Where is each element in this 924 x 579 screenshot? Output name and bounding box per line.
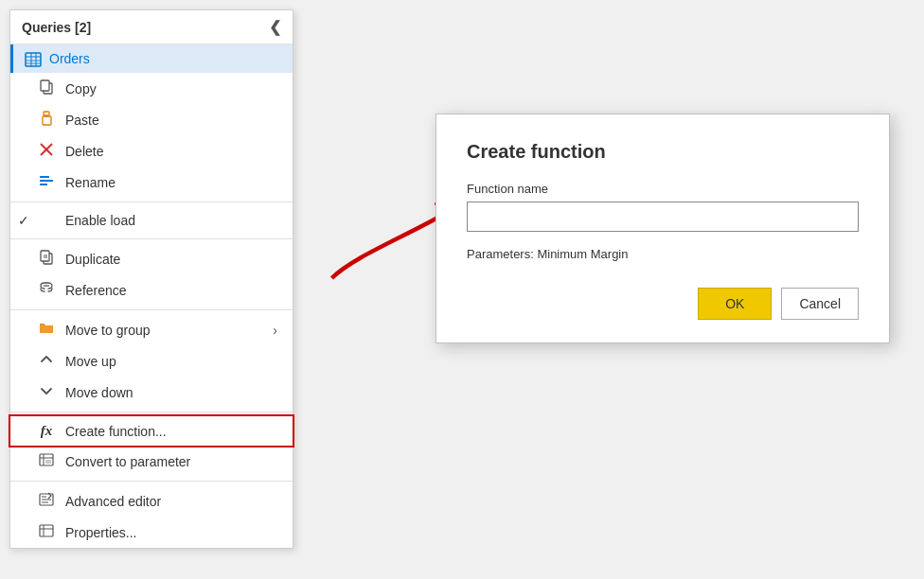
delete-label: Delete <box>65 144 103 159</box>
divider-5 <box>10 481 293 482</box>
rename-label: Rename <box>65 175 116 190</box>
panel-title: Queries [2] <box>22 20 91 35</box>
svg-rect-21 <box>40 325 53 333</box>
create-function-dialog: Create function Function name Parameters… <box>435 114 890 343</box>
panel-header: Queries [2] ❮ <box>10 10 293 44</box>
properties-label: Properties... <box>65 525 136 540</box>
context-menu: Queries [2] ❮ Orders Copy <box>9 9 293 549</box>
menu-item-reference[interactable]: Reference <box>10 274 293 306</box>
convert-icon <box>37 452 56 470</box>
selected-query-label: Orders <box>49 51 90 66</box>
svg-rect-0 <box>26 53 41 66</box>
svg-rect-8 <box>43 116 51 125</box>
selected-query-item[interactable]: Orders <box>10 44 293 73</box>
menu-item-paste[interactable]: Paste <box>10 104 293 135</box>
params-label: Parameters: Minimum Margin <box>467 247 859 261</box>
menu-item-create-function[interactable]: fx Create function... <box>10 416 293 446</box>
menu-item-delete[interactable]: Delete <box>10 135 293 167</box>
duplicate-icon <box>37 250 56 268</box>
ok-button[interactable]: OK <box>698 288 772 320</box>
dialog-buttons: OK Cancel <box>467 288 859 320</box>
dialog-title: Create function <box>467 141 859 163</box>
divider-2 <box>10 238 293 239</box>
svg-rect-14 <box>40 180 53 182</box>
convert-param-label: Convert to parameter <box>65 454 190 469</box>
duplicate-label: Duplicate <box>65 252 120 267</box>
menu-item-properties[interactable]: Properties... <box>10 517 293 548</box>
menu-item-duplicate[interactable]: Duplicate <box>10 243 293 274</box>
collapse-icon[interactable]: ❮ <box>269 18 281 36</box>
menu-item-enable-load[interactable]: ✓ Enable load <box>10 206 293 235</box>
paste-label: Paste <box>65 113 99 128</box>
svg-rect-30 <box>40 525 53 536</box>
menu-item-copy[interactable]: Copy <box>10 73 293 104</box>
checkmark-icon: ✓ <box>18 213 29 228</box>
delete-icon <box>37 142 56 160</box>
menu-item-convert-param[interactable]: Convert to parameter <box>10 446 293 477</box>
menu-item-move-to-group[interactable]: Move to group › <box>10 314 293 345</box>
move-down-icon <box>37 383 56 401</box>
divider-1 <box>10 202 293 202</box>
move-up-label: Move up <box>65 354 116 369</box>
divider-4 <box>10 412 293 412</box>
reference-label: Reference <box>65 283 127 298</box>
fx-icon: fx <box>37 423 56 439</box>
properties-icon <box>37 523 56 541</box>
svg-rect-15 <box>40 184 47 185</box>
submenu-arrow: › <box>273 323 277 338</box>
copy-label: Copy <box>65 81 97 96</box>
divider-3 <box>10 309 293 310</box>
move-to-group-label: Move to group <box>65 323 151 338</box>
enable-load-label: Enable load <box>65 213 135 228</box>
paste-icon <box>37 111 56 129</box>
adv-editor-icon <box>37 492 56 510</box>
menu-item-advanced-editor[interactable]: Advanced editor <box>10 485 293 517</box>
rename-icon <box>37 173 56 191</box>
cancel-button[interactable]: Cancel <box>781 288 859 320</box>
svg-rect-25 <box>45 460 51 464</box>
advanced-editor-label: Advanced editor <box>65 494 161 509</box>
folder-icon <box>37 321 56 339</box>
move-down-label: Move down <box>65 385 133 400</box>
menu-item-move-up[interactable]: Move up <box>10 345 293 377</box>
menu-item-move-down[interactable]: Move down <box>10 377 293 408</box>
menu-item-rename[interactable]: Rename <box>10 167 293 198</box>
svg-rect-7 <box>41 80 49 91</box>
svg-rect-9 <box>44 112 49 115</box>
function-name-input[interactable] <box>467 202 859 232</box>
create-function-label: Create function... <box>65 424 167 439</box>
table-icon <box>25 50 42 67</box>
copy-icon <box>37 79 56 97</box>
reference-icon <box>37 281 56 299</box>
function-name-label: Function name <box>467 182 859 196</box>
move-up-icon <box>37 352 56 370</box>
svg-rect-13 <box>40 176 49 178</box>
